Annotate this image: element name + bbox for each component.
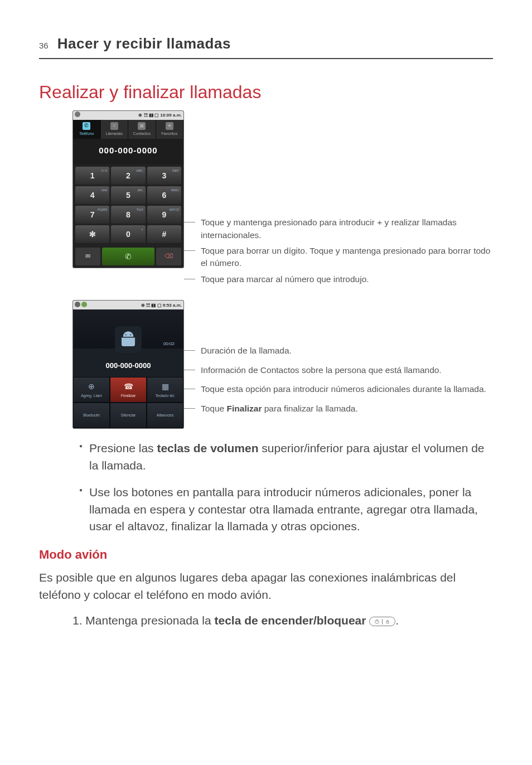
lock-icon — [385, 619, 390, 624]
key-8[interactable]: 8TUV — [111, 206, 145, 224]
list-item: Presione las teclas de volumen superior/… — [79, 440, 493, 474]
call-button[interactable]: ✆ — [102, 248, 154, 265]
status-bar: ⊕ ☷ ▮▮ ▢ 9:53 a.m. — [73, 301, 183, 309]
page-header: 36 Hacer y recibir llamadas — [39, 33, 493, 59]
delete-button[interactable]: ⌫ — [156, 248, 181, 265]
mute-button[interactable]: Silenciar — [110, 403, 147, 428]
call-duration: 00:02 — [163, 341, 175, 347]
end-call-button[interactable]: ☎Finalizar — [110, 377, 147, 403]
speaker-button[interactable]: Altavoces — [147, 403, 183, 428]
key-2[interactable]: 2ABC — [111, 167, 145, 185]
section-heading: Realizar y finalizar llamadas — [39, 79, 493, 105]
call-active-icon — [81, 302, 87, 307]
figure-dialer: ⊕ ☷ ▮▮ ▢ 10:09 a.m. ✆Teléfono ≡Llamadas … — [72, 110, 493, 289]
contact-avatar — [115, 326, 142, 353]
airplane-steps: 1. Mantenga presionada la tecla de encen… — [72, 612, 493, 629]
bluetooth-button[interactable]: Bluetooth — [73, 403, 110, 428]
svg-point-0 — [125, 335, 127, 336]
incall-screenshot: ⊕ ☷ ▮▮ ▢ 9:53 a.m. 00:02 000-000-0000 ⊕A… — [72, 300, 184, 429]
tab-favoritos[interactable]: ★Favoritos — [156, 120, 184, 139]
dialpad-button[interactable]: ▦Teclado tel. — [147, 377, 183, 403]
callout-contact-info: Información de Contactos sobre la person… — [195, 364, 493, 376]
plus-icon: ⊕ — [88, 381, 95, 392]
key-6[interactable]: 6MNO — [147, 186, 181, 204]
dialed-number: 000-000-0000 — [73, 139, 183, 164]
callout-endcall: Toque Finalizar para finalizar la llamad… — [195, 403, 493, 415]
contacts-icon: ▣ — [138, 122, 146, 130]
home-icon — [75, 302, 80, 307]
key-0[interactable]: 0+ — [111, 225, 145, 243]
callout-dialpad: Toque esta opción para introducir número… — [195, 383, 493, 395]
callout-intl: Toque y mantenga presionado para introdu… — [195, 216, 493, 241]
star-icon: ★ — [166, 122, 173, 130]
key-4[interactable]: 4GHI — [75, 186, 109, 204]
keypad: 1O.O 2ABC 3DEF 4GHI 5JKL 6MNO 7PQRS 8TUV… — [73, 164, 183, 245]
subheading-airplane: Modo avión — [39, 546, 493, 564]
dialpad-icon: ▦ — [162, 381, 169, 392]
dialer-callouts: Toque y mantenga presionado para introdu… — [195, 110, 493, 289]
android-icon — [119, 330, 138, 349]
home-icon — [75, 112, 80, 117]
sentence-period: . — [395, 614, 399, 627]
power-icon — [374, 619, 380, 624]
callout-delete: Toque para borrar un dígito. Toque y man… — [195, 245, 493, 270]
sms-button[interactable]: ✉ — [75, 248, 100, 265]
key-7[interactable]: 7PQRS — [75, 206, 109, 224]
page-number: 36 — [39, 40, 49, 52]
call-icon: ✆ — [125, 251, 132, 262]
key-star[interactable]: ✻ — [75, 225, 109, 243]
phone-icon: ✆ — [83, 122, 90, 130]
svg-point-1 — [130, 335, 131, 336]
power-lock-key-icon — [369, 617, 395, 626]
status-time: ⊕ ☷ ▮▮ ▢ 10:09 a.m. — [138, 112, 182, 119]
callout-dial: Toque para marcar al número que introduj… — [195, 273, 493, 285]
key-1[interactable]: 1O.O — [75, 167, 109, 185]
dialer-bottom-row: ✉ ✆ ⌫ — [73, 245, 183, 268]
list-item: Use los botones en pantalla para introdu… — [79, 484, 493, 535]
key-9[interactable]: 9WXYZ — [147, 206, 181, 224]
key-3[interactable]: 3DEF — [147, 167, 181, 185]
add-call-button[interactable]: ⊕Agreg. Llam — [73, 377, 110, 403]
incall-buttons-row2: Bluetooth Silenciar Altavoces — [73, 403, 183, 428]
key-5[interactable]: 5JKL — [111, 186, 145, 204]
tab-telefono[interactable]: ✆Teléfono — [73, 120, 101, 139]
backspace-icon: ⌫ — [165, 252, 173, 261]
page-header-title: Hacer y recibir llamadas — [57, 33, 231, 55]
tab-llamadas[interactable]: ≡Llamadas — [101, 120, 129, 139]
tab-contactos[interactable]: ▣Contactos — [128, 120, 156, 139]
key-hash[interactable]: # — [147, 225, 181, 243]
incall-callouts: Duración de la llamada. Información de C… — [195, 300, 493, 422]
dialer-tabs: ✆Teléfono ≡Llamadas ▣Contactos ★Favorito… — [73, 120, 183, 139]
airplane-paragraph: Es posible que en algunos lugares deba a… — [39, 569, 493, 603]
hangup-icon: ☎ — [124, 381, 133, 392]
list-icon: ≡ — [110, 122, 118, 130]
figure-incall: ⊕ ☷ ▮▮ ▢ 9:53 a.m. 00:02 000-000-0000 ⊕A… — [72, 300, 493, 429]
list-item: 1. Mantenga presionada la tecla de encen… — [72, 612, 493, 629]
svg-rect-4 — [386, 621, 389, 623]
dialer-screenshot: ⊕ ☷ ▮▮ ▢ 10:09 a.m. ✆Teléfono ≡Llamadas … — [72, 110, 184, 268]
status-bar: ⊕ ☷ ▮▮ ▢ 10:09 a.m. — [73, 111, 183, 120]
tips-list: Presione las teclas de volumen superior/… — [79, 440, 493, 535]
incall-top: 00:02 — [73, 309, 183, 348]
callout-duration: Duración de la llamada. — [195, 345, 493, 357]
incall-buttons-row1: ⊕Agreg. Llam ☎Finalizar ▦Teclado tel. — [73, 377, 183, 403]
status-time: ⊕ ☷ ▮▮ ▢ 9:53 a.m. — [141, 302, 182, 309]
sms-icon: ✉ — [85, 252, 90, 261]
